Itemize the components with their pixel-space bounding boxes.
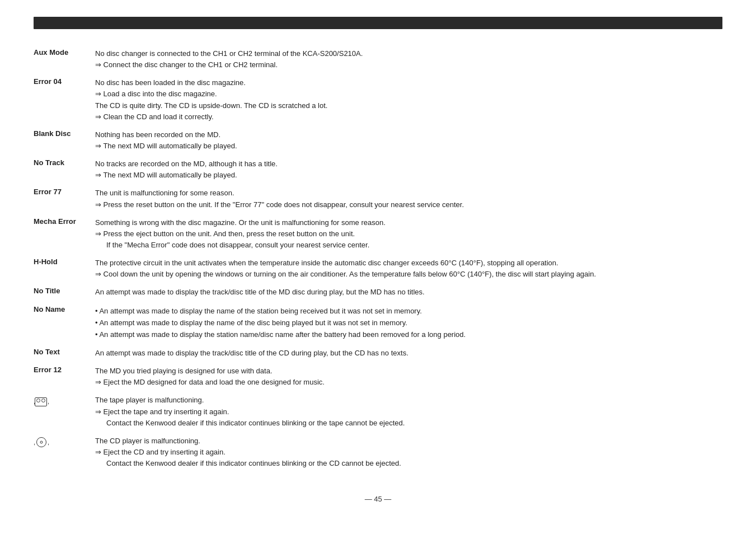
cd-icon-cell: , , bbox=[34, 432, 95, 472]
content-table: Aux ModeNo disc changer is connected to … bbox=[34, 45, 722, 472]
desc-line: ⇒ Eject the CD and try inserting it agai… bbox=[95, 447, 722, 458]
table-row: No TitleAn attempt was made to display t… bbox=[34, 283, 722, 301]
description-cell: Nothing has been recorded on the MD.⇒ Th… bbox=[95, 126, 722, 155]
table-row: Error 12The MD you tried playing is desi… bbox=[34, 362, 722, 391]
desc-line: ⇒ Cool down the unit by opening the wind… bbox=[95, 269, 722, 280]
desc-line: ⇒ Load a disc into the disc magazine. bbox=[95, 88, 722, 100]
description-cell: The protective circuit in the unit activ… bbox=[95, 254, 722, 283]
description-cell: An attempt was made to display the name … bbox=[95, 302, 722, 344]
label-cell: Blank Disc bbox=[34, 126, 95, 155]
label-cell: No Text bbox=[34, 344, 95, 362]
label-cell: No Track bbox=[34, 155, 95, 184]
description-cell: An attempt was made to display the track… bbox=[95, 283, 722, 301]
label-cell: H-Hold bbox=[34, 254, 95, 283]
description-cell: The tape player is malfunctioning.⇒ Ejec… bbox=[95, 391, 722, 432]
table-row: Error 04No disc has been loaded in the d… bbox=[34, 74, 722, 126]
description-cell: The MD you tried playing is designed for… bbox=[95, 362, 722, 391]
desc-line: ⇒ Press the reset button on the unit. If… bbox=[95, 199, 722, 210]
page-container: Aux ModeNo disc changer is connected to … bbox=[0, 0, 756, 534]
desc-line: Contact the Kenwood dealer if this indic… bbox=[95, 418, 722, 429]
label-cell: Error 12 bbox=[34, 362, 95, 391]
desc-line: The protective circuit in the unit activ… bbox=[95, 257, 722, 269]
desc-line: The CD player is malfunctioning. bbox=[95, 435, 722, 447]
label-cell: Aux Mode bbox=[34, 45, 95, 74]
desc-line: ⇒ The next MD will automatically be play… bbox=[95, 170, 722, 181]
label-cell: Error 04 bbox=[34, 74, 95, 126]
desc-line: The unit is malfunctioning for some reas… bbox=[95, 188, 722, 199]
desc-line: If the "Mecha Error" code does not disap… bbox=[95, 240, 722, 251]
table-row: Aux ModeNo disc changer is connected to … bbox=[34, 45, 722, 74]
list-item: An attempt was made to display the name … bbox=[95, 306, 722, 317]
desc-line: Contact the Kenwood dealer if this indic… bbox=[95, 458, 722, 469]
description-cell: Something is wrong with the disc magazin… bbox=[95, 214, 722, 254]
description-cell: The CD player is malfunctioning.⇒ Eject … bbox=[95, 432, 722, 472]
table-row: Error 77The unit is malfunctioning for s… bbox=[34, 184, 722, 213]
header-bar bbox=[34, 17, 722, 29]
desc-line: No disc changer is connected to the CH1 … bbox=[95, 48, 722, 59]
desc-line: ⇒ Eject the tape and try inserting it ag… bbox=[95, 406, 722, 418]
tape-icon-cell: , , bbox=[34, 391, 95, 432]
table-row: No NameAn attempt was made to display th… bbox=[34, 302, 722, 344]
desc-line: The tape player is malfunctioning. bbox=[95, 395, 722, 406]
list-item: An attempt was made to display the stati… bbox=[95, 329, 722, 340]
desc-line: No tracks are recorded on the MD, althou… bbox=[95, 158, 722, 170]
desc-line: ⇒ The next MD will automatically be play… bbox=[95, 140, 722, 152]
table-row: Mecha ErrorSomething is wrong with the d… bbox=[34, 214, 722, 254]
bullet-list: An attempt was made to display the name … bbox=[95, 306, 722, 340]
table-row: , , The CD player is malfunctioning.⇒ Ej… bbox=[34, 432, 722, 472]
desc-line: An attempt was made to display the track… bbox=[95, 348, 722, 359]
table-row: Blank DiscNothing has been recorded on t… bbox=[34, 126, 722, 155]
desc-line: The MD you tried playing is designed for… bbox=[95, 366, 722, 377]
page-number: — 45 — bbox=[34, 495, 722, 503]
desc-line: Nothing has been recorded on the MD. bbox=[95, 129, 722, 140]
label-cell: No Title bbox=[34, 283, 95, 301]
table-row: No TrackNo tracks are recorded on the MD… bbox=[34, 155, 722, 184]
description-cell: No disc has been loaded in the disc maga… bbox=[95, 74, 722, 126]
description-cell: No disc changer is connected to the CH1 … bbox=[95, 45, 722, 74]
label-cell: Error 77 bbox=[34, 184, 95, 213]
table-row: H-HoldThe protective circuit in the unit… bbox=[34, 254, 722, 283]
desc-line: No disc has been loaded in the disc maga… bbox=[95, 77, 722, 88]
label-cell: Mecha Error bbox=[34, 214, 95, 254]
description-cell: The unit is malfunctioning for some reas… bbox=[95, 184, 722, 213]
label-cell: No Name bbox=[34, 302, 95, 344]
description-cell: No tracks are recorded on the MD, althou… bbox=[95, 155, 722, 184]
desc-line: ⇒ Connect the disc changer to the CH1 or… bbox=[95, 59, 722, 71]
desc-line: ⇒ Clean the CD and load it correctly. bbox=[95, 111, 722, 123]
table-row: , , The tape player is malfunctioning.⇒ … bbox=[34, 391, 722, 432]
table-row: No TextAn attempt was made to display th… bbox=[34, 344, 722, 362]
list-item: An attempt was made to display the name … bbox=[95, 317, 722, 329]
desc-line: The CD is quite dirty. The CD is upside-… bbox=[95, 100, 722, 111]
cd-icon: , , bbox=[34, 437, 49, 447]
description-cell: An attempt was made to display the track… bbox=[95, 344, 722, 362]
desc-line: Something is wrong with the disc magazin… bbox=[95, 217, 722, 228]
desc-line: An attempt was made to display the track… bbox=[95, 287, 722, 298]
desc-line: ⇒ Press the eject button on the unit. An… bbox=[95, 228, 722, 240]
desc-line: ⇒ Eject the MD designed for data and loa… bbox=[95, 377, 722, 388]
tape-icon: , , bbox=[34, 397, 48, 406]
